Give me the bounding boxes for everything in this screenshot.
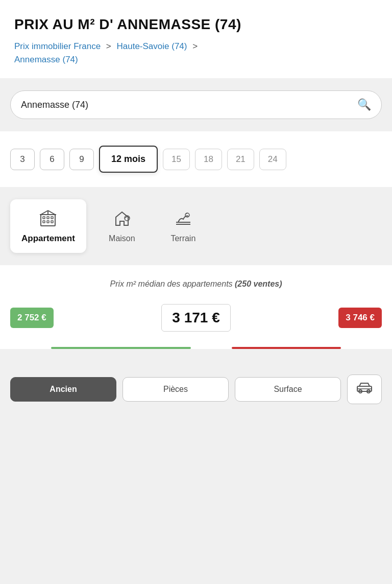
price-description: Prix m² médian des appartements (250 ven… xyxy=(10,279,382,289)
breadcrumb-separator-2: > xyxy=(192,41,198,51)
price-mid: 3 171 € xyxy=(161,304,230,332)
price-section: Prix m² médian des appartements (250 ven… xyxy=(0,265,392,349)
breadcrumb-separator-1: > xyxy=(106,41,111,51)
type-buttons: Appartement Maison xyxy=(10,199,382,253)
header-section: PRIX AU M² D' ANNEMASSE (74) Prix immobi… xyxy=(0,0,392,78)
period-btn-18[interactable]: 18 xyxy=(195,149,222,170)
svg-rect-6 xyxy=(51,221,53,223)
svg-line-16 xyxy=(185,213,187,214)
breadcrumb-link-savoie[interactable]: Haute-Savoie (74) xyxy=(117,41,187,51)
terrain-icon xyxy=(174,209,192,230)
svg-rect-1 xyxy=(43,217,45,219)
filter-btn-ancien[interactable]: Ancien xyxy=(10,377,116,402)
svg-rect-2 xyxy=(47,217,49,219)
period-btn-6[interactable]: 6 xyxy=(40,149,64,170)
search-icon[interactable]: 🔍 xyxy=(357,98,371,111)
type-btn-terrain[interactable]: Terrain xyxy=(158,200,209,252)
period-btn-9[interactable]: 9 xyxy=(69,149,94,170)
period-btn-21[interactable]: 21 xyxy=(227,149,254,170)
property-type-section: Appartement Maison xyxy=(0,187,392,265)
maison-label: Maison xyxy=(109,234,135,243)
filter-section: Ancien Pièces Surface xyxy=(0,364,392,414)
breadcrumb: Prix immobilier France > Haute-Savoie (7… xyxy=(14,40,378,66)
svg-rect-3 xyxy=(51,217,53,219)
period-btn-15[interactable]: 15 xyxy=(163,149,190,170)
filter-btn-car[interactable] xyxy=(347,375,382,404)
filter-btn-pieces[interactable]: Pièces xyxy=(122,377,229,402)
appartement-label: Appartement xyxy=(21,233,75,244)
price-description-text: Prix m² médian des appartements xyxy=(110,279,232,288)
price-range-container: 2 752 € 3 171 € 3 746 € xyxy=(10,304,382,332)
page-container: PRIX AU M² D' ANNEMASSE (74) Prix immobi… xyxy=(0,0,392,414)
breadcrumb-link-annemasse[interactable]: Annemasse (74) xyxy=(14,55,78,64)
price-low: 2 752 € xyxy=(10,308,54,328)
terrain-label: Terrain xyxy=(170,234,195,243)
filter-btn-surface[interactable]: Surface xyxy=(235,377,341,402)
appartement-icon xyxy=(39,208,57,229)
period-btn-12[interactable]: 12 mois xyxy=(99,146,158,173)
car-icon xyxy=(357,382,372,396)
type-btn-maison[interactable]: Maison xyxy=(96,200,148,252)
svg-rect-5 xyxy=(47,221,49,223)
type-btn-appartement[interactable]: Appartement xyxy=(10,199,86,253)
price-line-left xyxy=(51,347,191,349)
price-high: 3 746 € xyxy=(338,308,382,328)
svg-line-9 xyxy=(41,211,48,215)
period-section: 3 6 9 12 mois 15 18 21 24 xyxy=(0,131,392,187)
price-count: (250 ventes) xyxy=(235,279,282,288)
maison-icon xyxy=(113,209,131,230)
svg-rect-4 xyxy=(43,221,45,223)
search-box: 🔍 xyxy=(10,90,382,119)
search-section: 🔍 xyxy=(0,78,392,131)
search-input[interactable] xyxy=(21,100,357,110)
period-btn-24[interactable]: 24 xyxy=(259,149,286,170)
price-line-right xyxy=(232,347,341,349)
filter-buttons: Ancien Pièces Surface xyxy=(10,375,382,404)
svg-rect-11 xyxy=(120,221,124,225)
svg-line-10 xyxy=(48,211,55,215)
period-btn-3[interactable]: 3 xyxy=(10,149,35,170)
period-buttons: 3 6 9 12 mois 15 18 21 24 xyxy=(10,146,382,173)
price-line-container xyxy=(10,347,382,349)
breadcrumb-link-france[interactable]: Prix immobilier France xyxy=(14,41,101,51)
page-title: PRIX AU M² D' ANNEMASSE (74) xyxy=(14,16,378,33)
